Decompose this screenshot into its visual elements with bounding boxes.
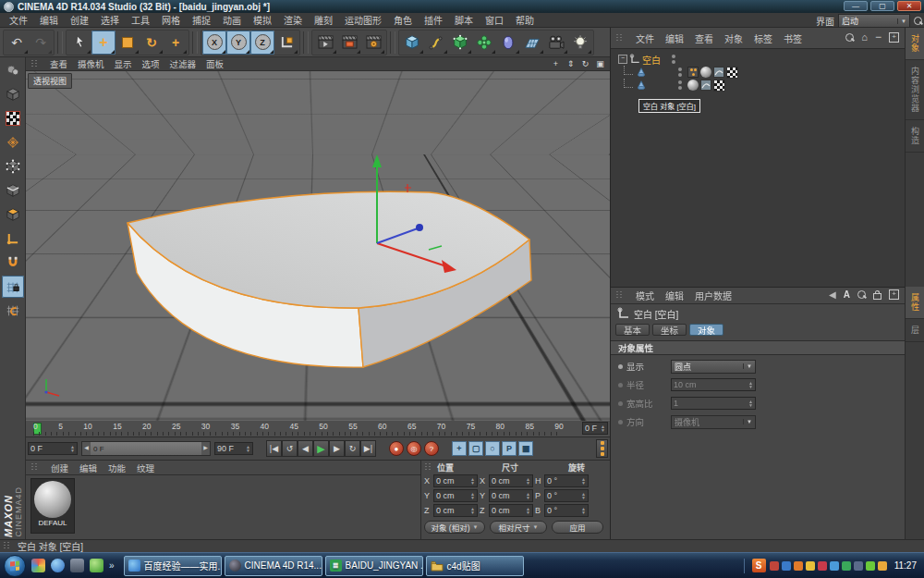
viewport-menu-item-1[interactable]: 查看 (50, 57, 67, 70)
selection-tag[interactable] (687, 67, 699, 78)
object-manager-menu-item-2[interactable]: 编辑 (665, 31, 684, 45)
last-tool-button[interactable]: + (164, 31, 188, 55)
key-pla-button[interactable]: ▦ (518, 441, 533, 456)
object-tree[interactable]: 空白 对象 [空白] −空白 (611, 48, 905, 287)
position-z-field[interactable]: 0 cm▲▼ (433, 504, 478, 517)
object-row-3[interactable] (611, 79, 905, 92)
apply-button[interactable]: 应用 (552, 521, 603, 534)
attribute-tab[interactable]: 对象 (689, 324, 723, 336)
explorer-icon[interactable] (70, 559, 84, 572)
start-button[interactable] (4, 555, 26, 577)
viewport-menu-item-6[interactable]: 面板 (206, 57, 224, 70)
close-button[interactable]: ✕ (897, 1, 921, 11)
goto-end-button[interactable]: ▶| (360, 440, 376, 457)
edges-mode-button[interactable] (2, 179, 24, 202)
goto-start-button[interactable]: |◀ (266, 440, 282, 457)
add-light-button[interactable] (568, 31, 592, 55)
menubar-item-3[interactable]: 创建 (70, 13, 89, 27)
texture-tag[interactable] (713, 80, 725, 92)
rotation-h-field[interactable]: 0 °▲▼ (544, 474, 589, 487)
viewport-canvas[interactable]: 透视视图 (26, 71, 610, 421)
redo-button[interactable]: ↷ (29, 31, 53, 55)
tray-yellow-icon[interactable] (806, 561, 815, 571)
attribute-menu-item-3[interactable]: 用户数据 (695, 289, 732, 302)
range-start-handle[interactable]: ◀ (82, 442, 91, 455)
minimize-panel-button[interactable]: − (875, 31, 881, 43)
attribute-tab[interactable]: 基本 (615, 324, 650, 336)
font-button[interactable]: A (844, 290, 850, 300)
end-frame-field[interactable]: 90 F ▲▼ (214, 442, 253, 455)
render-region-button[interactable] (337, 31, 361, 55)
add-deformer-button[interactable] (472, 31, 496, 55)
render-view-button[interactable] (313, 31, 337, 55)
undo-button[interactable]: ↶ (5, 31, 29, 55)
maximize-button[interactable]: ▢ (870, 1, 894, 11)
tray-blue-swirl-icon[interactable] (782, 561, 791, 571)
visibility-dots[interactable] (678, 68, 682, 77)
menubar-item-6[interactable]: 网格 (162, 13, 180, 27)
workplane-button[interactable] (2, 131, 24, 154)
tray-bolt-icon[interactable] (878, 561, 887, 571)
texture-tag[interactable] (726, 67, 738, 79)
zoom-view-button[interactable]: ⇕ (565, 57, 577, 69)
tray-red-icon[interactable] (770, 561, 779, 571)
size-z-field[interactable]: 0 cm▲▼ (489, 504, 533, 517)
ruler-end-field[interactable]: 0 F ▲▼ (582, 422, 608, 435)
key-scale-button[interactable]: ▢ (468, 441, 483, 456)
menubar-item-17[interactable]: 帮助 (516, 13, 534, 27)
position-x-field[interactable]: 0 cm▲▼ (433, 474, 478, 487)
lock-button[interactable] (873, 289, 881, 300)
record-key-button[interactable]: ● (389, 441, 404, 456)
stepper-icon[interactable]: ▲▼ (524, 507, 530, 514)
size-y-field[interactable]: 0 cm▲▼ (489, 489, 533, 502)
viewport-menu-item-4[interactable]: 选项 (142, 57, 160, 70)
snap-button[interactable] (2, 252, 24, 274)
key-rotation-button[interactable]: ○ (485, 441, 500, 456)
stepper-icon[interactable]: ▲▼ (579, 477, 586, 485)
rotation-p-field[interactable]: 0 °▲▼ (544, 489, 589, 502)
menubar-item-4[interactable]: 选择 (101, 13, 119, 27)
menubar-item-2[interactable]: 编辑 (40, 13, 58, 27)
viewport-menu-item-3[interactable]: 显示 (115, 57, 132, 70)
search-button[interactable] (845, 33, 854, 42)
phong-tag[interactable] (713, 67, 724, 78)
menubar-item-7[interactable]: 捕捉 (192, 13, 211, 27)
attribute-select[interactable]: 圆点▼ (671, 360, 756, 374)
object-row-1[interactable]: −空白 (611, 53, 905, 66)
viewport-menu-item-2[interactable]: 摄像机 (78, 57, 104, 70)
material-tag[interactable] (700, 67, 711, 78)
visibility-dots[interactable] (678, 80, 682, 90)
sogou-input-icon[interactable]: S (752, 559, 766, 572)
workplane-lock-button[interactable] (2, 276, 24, 298)
stepper-icon[interactable]: ▲▼ (524, 477, 530, 485)
coord-system-button[interactable] (274, 31, 298, 55)
loop-button[interactable]: ↺ (282, 440, 298, 457)
object-row-2[interactable] (611, 66, 905, 79)
menubar-item-14[interactable]: 插件 (424, 13, 443, 27)
search-button[interactable] (857, 290, 866, 299)
add-subdivision-button[interactable] (448, 31, 472, 55)
autokey-button[interactable]: ◎ (407, 441, 421, 456)
visibility-dots[interactable] (672, 55, 675, 64)
stepper-icon[interactable]: ▲▼ (579, 492, 586, 499)
home-button[interactable]: ⌂ (861, 32, 868, 43)
attribute-menu-item-2[interactable]: 编辑 (665, 289, 684, 302)
texture-mode-button[interactable] (2, 107, 24, 129)
tray-green-icon[interactable] (866, 561, 875, 571)
stepper-icon[interactable]: ▲▼ (524, 492, 530, 499)
y-axis-arrow[interactable] (372, 154, 382, 167)
view-label[interactable]: 透视视图 (28, 73, 72, 89)
add-environment-button[interactable] (496, 31, 520, 55)
add-camera-button[interactable] (544, 31, 568, 55)
toggle-view-button[interactable]: ▣ (594, 57, 606, 69)
z-axis-lock-button[interactable]: Z (250, 31, 274, 55)
x-axis-lock-button[interactable]: X (202, 31, 226, 55)
tray-badge-icon[interactable] (818, 561, 827, 571)
taskbar-clock[interactable]: 11:27 (894, 560, 917, 571)
position-y-field[interactable]: 0 cm▲▼ (433, 489, 478, 502)
attribute-menu-item-1[interactable]: 模式 (636, 289, 654, 302)
cycle-button[interactable]: ↻ (345, 440, 360, 457)
object-label[interactable]: 空白 (642, 53, 666, 67)
stepper-icon[interactable]: ▲▼ (68, 445, 75, 452)
material-menu-item-4[interactable]: 纹理 (137, 461, 154, 474)
